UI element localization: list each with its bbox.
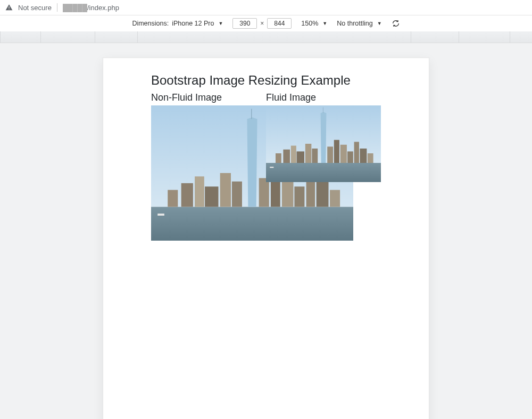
city-skyline-image [266, 105, 381, 182]
fluid-image-wrap [266, 105, 381, 182]
non-fluid-heading: Non-Fluid Image [151, 92, 266, 103]
not-secure-warning-icon [5, 4, 13, 11]
dimensions-device-dropdown[interactable]: Dimensions: iPhone 12 Pro ▼ [132, 20, 223, 27]
dimensions-label: Dimensions: [132, 20, 169, 27]
address-bar: Not secure █████/index.php [0, 0, 532, 15]
caret-down-icon: ▼ [218, 21, 223, 26]
url-display[interactable]: █████/index.php [63, 4, 119, 12]
throttling-dropdown[interactable]: No throttling ▼ [337, 20, 381, 27]
image-row: Non-Fluid Image [151, 92, 381, 241]
address-bar-separator [57, 3, 57, 12]
caret-down-icon: ▼ [377, 21, 382, 26]
non-fluid-column: Non-Fluid Image [151, 92, 266, 241]
throttling-value: No throttling [337, 20, 372, 27]
emulated-device-frame: Bootstrap Image Resizing Example Non-Flu… [103, 58, 429, 419]
svg-marker-20 [321, 112, 327, 163]
page-title: Bootstrap Image Resizing Example [151, 73, 381, 88]
svg-rect-17 [157, 213, 164, 216]
rotate-device-icon[interactable] [392, 19, 400, 28]
caret-down-icon: ▼ [322, 21, 327, 26]
svg-rect-13 [294, 186, 304, 207]
svg-rect-4 [168, 190, 178, 207]
svg-rect-10 [259, 178, 269, 207]
emulator-viewport-area: Bootstrap Image Resizing Example Non-Flu… [0, 43, 532, 419]
svg-rect-24 [291, 146, 296, 163]
svg-rect-3 [251, 109, 252, 119]
svg-rect-7 [205, 186, 218, 207]
svg-rect-6 [195, 176, 204, 207]
fluid-heading: Fluid Image [266, 92, 381, 103]
non-fluid-image-wrap [151, 105, 266, 241]
svg-rect-15 [317, 182, 329, 207]
url-path: /index.php [87, 4, 119, 12]
svg-rect-23 [283, 150, 290, 163]
svg-rect-16 [330, 190, 340, 207]
zoom-value: 150% [301, 20, 318, 27]
svg-rect-22 [276, 153, 281, 163]
width-input[interactable] [232, 18, 257, 29]
svg-rect-34 [368, 153, 373, 163]
svg-rect-29 [334, 140, 339, 163]
dimension-separator: × [260, 20, 264, 27]
ruler [0, 31, 532, 43]
svg-rect-19 [266, 163, 381, 182]
svg-rect-32 [354, 142, 359, 163]
svg-rect-9 [232, 182, 242, 207]
svg-rect-25 [297, 151, 304, 163]
dimensions-size-group: × [232, 18, 292, 29]
svg-rect-35 [270, 167, 273, 168]
svg-rect-33 [360, 149, 367, 163]
svg-marker-2 [247, 117, 257, 207]
svg-rect-5 [181, 183, 193, 207]
height-input[interactable] [267, 18, 292, 29]
device-toolbar: Dimensions: iPhone 12 Pro ▼ × 150% ▼ No … [0, 15, 532, 31]
device-name: iPhone 12 Pro [172, 20, 214, 27]
svg-rect-1 [151, 207, 353, 241]
svg-rect-26 [305, 144, 312, 163]
svg-rect-27 [312, 149, 318, 163]
page-content: Bootstrap Image Resizing Example Non-Flu… [103, 73, 429, 241]
svg-rect-21 [323, 108, 323, 113]
zoom-dropdown[interactable]: 150% ▼ [301, 20, 327, 27]
security-status-text: Not secure [18, 4, 52, 12]
url-host-redacted: █████ [63, 4, 87, 12]
svg-rect-30 [340, 145, 347, 163]
svg-rect-8 [220, 173, 231, 207]
svg-rect-31 [347, 151, 353, 163]
svg-rect-28 [327, 146, 333, 163]
